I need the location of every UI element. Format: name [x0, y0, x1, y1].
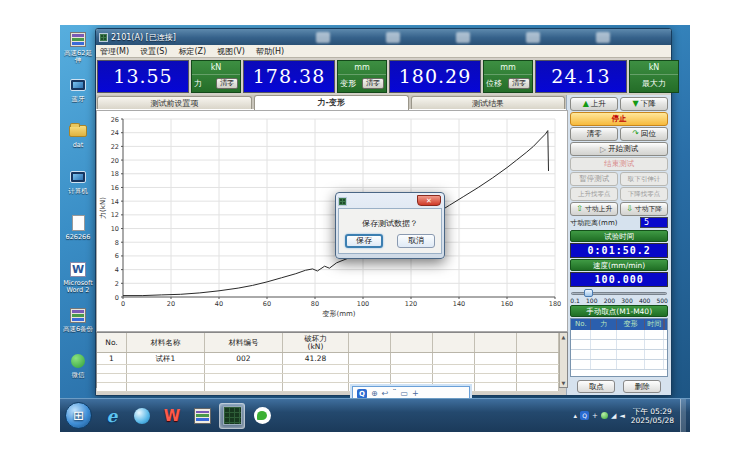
slider-handle[interactable]: [584, 289, 593, 297]
desktop-icon-label: Microsoft Word 2: [61, 280, 95, 294]
cell: [475, 353, 517, 364]
rar-icon: [61, 305, 95, 325]
menu-item-1[interactable]: 管理(M): [100, 46, 129, 57]
remove-extensometer-button: 取下引伸计: [620, 172, 668, 186]
tray-plus-icon[interactable]: +: [592, 412, 598, 420]
display-label: 力: [194, 78, 202, 89]
show-desktop-button[interactable]: [680, 399, 686, 433]
menu-bar: 管理(M)设置(S)标定(Z)视图(V)帮助(H): [96, 45, 671, 58]
tray-volume-icon[interactable]: ◄: [619, 412, 624, 420]
desktop-icon-label: 计算机: [61, 188, 95, 195]
end-test-button: 结束测试: [570, 157, 668, 171]
dialog-close-button[interactable]: ✕: [417, 195, 441, 206]
svg-text:变形(mm): 变形(mm): [321, 310, 355, 318]
file-icon: [61, 213, 95, 233]
start-test-button[interactable]: ▷开始测试: [570, 142, 668, 156]
test-app-icon: [223, 406, 242, 425]
svg-text:6: 6: [115, 252, 119, 260]
menu-item-2[interactable]: 设置(S): [140, 46, 167, 57]
cell: 41.28: [283, 353, 349, 364]
svg-text:2: 2: [115, 280, 119, 288]
main-content: 测试前设置项力-变形测试结果 0246810121416182022242602…: [96, 95, 566, 395]
header-cell: [517, 333, 559, 352]
zero-button-力[interactable]: 清零: [216, 78, 238, 89]
cell: [517, 353, 559, 364]
jog-down-button[interactable]: ⇩寸动下降: [620, 202, 668, 216]
taskbar-app-wechat[interactable]: [249, 403, 275, 429]
delete-point-button[interactable]: 删除: [623, 380, 661, 393]
desktop-icon-5[interactable]: 626266: [61, 213, 95, 241]
save-dialog: ✕ 保存测试数据？ 保存 取消: [335, 192, 445, 259]
mini-scroll-top[interactable]: [664, 319, 665, 330]
taskbar-app-ie[interactable]: e: [99, 403, 125, 429]
zero-button-位移[interactable]: 清零: [508, 78, 530, 89]
zero-button-变形[interactable]: 清零: [362, 78, 384, 89]
result-table-box: No.材料名称材料编号破坏力(kN)1试样100241.28 ▲ ▼: [96, 332, 568, 388]
desktop-icon-6[interactable]: WMicrosoft Word 2: [61, 259, 95, 294]
taskbar-app-app[interactable]: [219, 403, 245, 429]
table-row-empty: [97, 374, 559, 383]
table-row[interactable]: 1试样100241.28: [97, 353, 559, 365]
ie-icon: e: [107, 406, 118, 426]
tray-network-icon[interactable]: ◢: [611, 412, 616, 420]
scroll-up-icon[interactable]: ▲: [562, 334, 566, 340]
return-button[interactable]: ↷回位: [620, 127, 668, 141]
svg-text:20: 20: [111, 157, 119, 165]
dialog-titlebar[interactable]: ✕: [338, 195, 442, 208]
toolbar-icon-1[interactable]: Q: [357, 389, 367, 399]
slider-tick: 400: [639, 297, 650, 304]
app-titlebar[interactable]: 2101(A) [已连接]: [96, 29, 671, 45]
tray-status-icon[interactable]: [601, 412, 608, 419]
tab-3[interactable]: 测试结果: [411, 96, 566, 109]
tab-1[interactable]: 测试前设置项: [97, 96, 252, 109]
desktop-icon-8[interactable]: 微信: [61, 351, 95, 379]
clock-date: 2025/05/28: [631, 416, 674, 425]
table-scrollbar[interactable]: ▲ ▼: [559, 333, 567, 387]
table-row-empty: [97, 365, 559, 374]
jog-up-button[interactable]: ⇧寸动上升: [570, 202, 618, 216]
down-find-zero-button: 下降找零点: [620, 187, 668, 201]
manual-point-header: 手动取点(M1-M40): [570, 305, 668, 317]
up-arrow-icon: ▲: [583, 100, 589, 108]
rar-icon: [61, 29, 95, 49]
jog-distance-input[interactable]: 5: [640, 217, 668, 228]
mini-table-row: [571, 340, 667, 350]
take-point-button[interactable]: 取点: [577, 380, 615, 393]
header-cell: 材料名称: [127, 333, 205, 352]
tray-clock[interactable]: 下午 05:29 2025/05/28: [631, 407, 674, 425]
cell: [433, 353, 475, 364]
tray-chevron-icon[interactable]: ▴: [574, 412, 578, 420]
dialog-cancel-button[interactable]: 取消: [397, 234, 435, 248]
taskbar-app-winrar[interactable]: [189, 403, 215, 429]
stop-button[interactable]: 停止: [570, 112, 668, 126]
desktop-icon-4[interactable]: 计算机: [61, 167, 95, 195]
svg-text:8: 8: [115, 239, 119, 247]
glass-highlight: [456, 32, 470, 43]
start-button[interactable]: ⊞: [65, 402, 92, 429]
desktop-icon-1[interactable]: 高速62延伸: [61, 29, 95, 64]
display-label: 变形: [340, 78, 356, 89]
tray-input-method-icon[interactable]: Q: [580, 411, 589, 420]
down-button[interactable]: ▼下降: [620, 97, 668, 111]
desktop-icon-2[interactable]: 蓝牙: [61, 75, 95, 103]
scroll-down-icon[interactable]: ▼: [562, 380, 566, 386]
manual-point-table: No.力变形时间: [570, 318, 668, 377]
up-button[interactable]: ▲上升: [570, 97, 618, 111]
desktop-icon-7[interactable]: 高速6备份: [61, 305, 95, 333]
header-cell: [349, 333, 391, 352]
menu-item-3[interactable]: 标定(Z): [178, 46, 206, 57]
speed-slider[interactable]: [570, 288, 668, 297]
menu-item-4[interactable]: 视图(V): [217, 46, 245, 57]
header-cell: No.: [97, 333, 127, 352]
tab-2[interactable]: 力-变形: [254, 95, 409, 110]
desktop-icon-3[interactable]: dat: [61, 121, 95, 149]
display-value-位移: 180.29: [389, 60, 481, 93]
menu-item-5[interactable]: 帮助(H): [256, 46, 284, 57]
header-cell: [391, 333, 433, 352]
dialog-save-button[interactable]: 保存: [345, 234, 383, 248]
display-group-1: 13.55kN力清零: [97, 60, 241, 93]
clear-button[interactable]: 清零: [570, 127, 618, 141]
taskbar-app-browser[interactable]: [129, 403, 155, 429]
jog-distance-label: 寸动距离(mm): [570, 218, 617, 228]
taskbar-app-wps[interactable]: W: [159, 403, 185, 429]
